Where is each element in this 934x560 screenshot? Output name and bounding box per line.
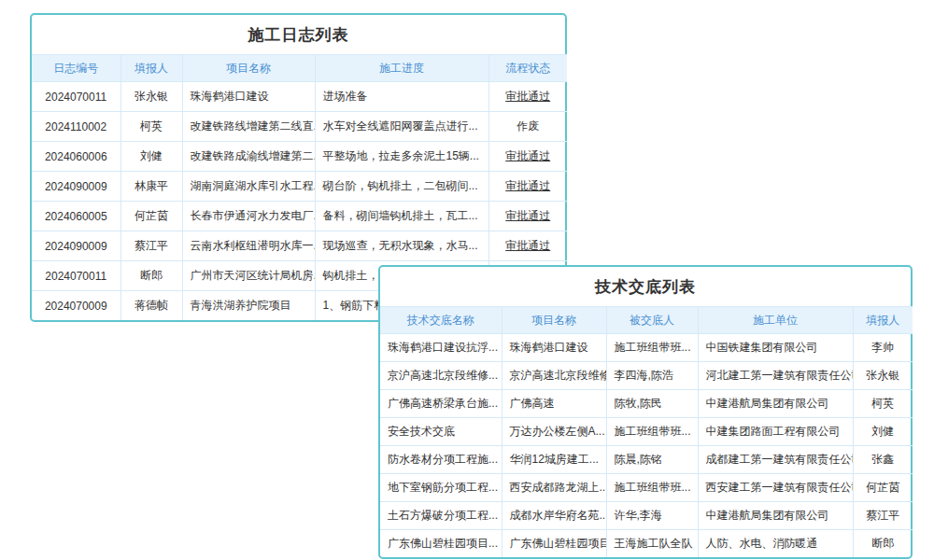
column-header-reporter: 填报人	[853, 307, 913, 334]
cell-id[interactable]: 2024070009	[32, 291, 120, 321]
cell-reporter[interactable]: 何芷茵	[853, 474, 913, 502]
cell-reporter[interactable]: 林康平	[120, 172, 182, 202]
cell-status[interactable]: 审批通过	[488, 202, 567, 231]
cell-project[interactable]: 珠海鹤港口建设	[182, 82, 315, 112]
table-row: 地下室钢筋分项工程...西安成都路龙湖上...施工班组带班...西安建工第一建筑…	[380, 474, 913, 502]
cell-progress: 现场巡查，无积水现象，水马...	[315, 231, 488, 261]
cell-name[interactable]: 安全技术交底	[380, 418, 502, 446]
cell-project[interactable]: 改建铁路成渝线增建第二...	[182, 142, 315, 172]
cell-reporter[interactable]: 何芷茵	[120, 202, 182, 231]
cell-name[interactable]: 广东佛山碧桂园项目...	[380, 530, 502, 558]
cell-reporter[interactable]: 刘健	[853, 418, 913, 446]
cell-status[interactable]: 审批通过	[488, 82, 567, 112]
column-header-id: 日志编号	[32, 55, 120, 82]
cell-name[interactable]: 地下室钢筋分项工程...	[380, 474, 502, 502]
table-row: 安全技术交底万达办公楼左侧A...施工班组带班...中建集团路面工程有限公司刘健	[380, 418, 913, 446]
cell-project[interactable]: 长春市伊通河水力发电厂...	[182, 202, 315, 231]
cell-receiver: 施工班组带班...	[606, 418, 698, 446]
cell-project[interactable]: 改建铁路线增建第二线直...	[182, 112, 315, 142]
cell-reporter[interactable]: 断郎	[120, 261, 182, 291]
cell-progress: 砌台阶，钩机排土，二包砌间...	[315, 172, 488, 202]
cell-reporter[interactable]: 蔡江平	[853, 502, 913, 530]
cell-reporter[interactable]: 刘健	[120, 142, 182, 172]
cell-reporter[interactable]: 蔡江平	[120, 231, 182, 261]
cell-reporter[interactable]: 断郎	[853, 530, 913, 558]
cell-reporter[interactable]: 柯英	[120, 112, 182, 142]
cell-project[interactable]: 珠海鹤港口建设	[502, 334, 606, 362]
column-header-receiver: 被交底人	[606, 307, 698, 334]
cell-receiver: 施工班组带班...	[606, 474, 698, 502]
cell-status[interactable]: 作废	[488, 112, 567, 142]
cell-id[interactable]: 2024090009	[32, 172, 120, 202]
table-row: 2024060006刘健改建铁路成渝线增建第二...平整场地，拉走多余泥土15辆…	[32, 142, 567, 172]
cell-progress: 水车对全线遮阳网覆盖点进行...	[315, 112, 488, 142]
cell-project[interactable]: 云南水利枢纽潜明水库一...	[182, 231, 315, 261]
cell-id[interactable]: 2024060005	[32, 202, 120, 231]
table-row: 2024090009林康平湖南洞庭湖水库引水工程...砌台阶，钩机排土，二包砌间…	[32, 172, 567, 202]
table-row: 防水卷材分项工程施...华润12城房建工...陈晨,陈铭成都建工第一建筑有限责任…	[380, 446, 913, 474]
column-header-status: 流程状态	[488, 55, 567, 82]
cell-name[interactable]: 土石方爆破分项工程...	[380, 502, 502, 530]
table-row: 广佛高速桥梁承台施...广佛高速陈牧,陈民中建港航局集团有限公司柯英	[380, 390, 913, 418]
tech-disclosure-panel: 技术交底列表 技术交底名称项目名称被交底人施工单位填报人 珠海鹤港口建设抗浮..…	[378, 265, 913, 559]
table-row: 土石方爆破分项工程...成都水岸华府名苑...许华,李海中建港航局集团有限公司蔡…	[380, 502, 913, 530]
cell-project[interactable]: 京沪高速北京段维修	[502, 362, 606, 390]
cell-unit: 中建港航局集团有限公司	[698, 502, 853, 530]
cell-progress: 备料，砌间墙钩机排土，瓦工...	[315, 202, 488, 231]
table-header-row: 技术交底名称项目名称被交底人施工单位填报人	[380, 307, 913, 334]
cell-project[interactable]: 广佛高速	[502, 390, 606, 418]
cell-reporter[interactable]: 蒋德帧	[120, 291, 182, 321]
tech-disclosure-table: 技术交底名称项目名称被交底人施工单位填报人 珠海鹤港口建设抗浮...珠海鹤港口建…	[380, 306, 913, 557]
cell-receiver: 陈晨,陈铭	[606, 446, 698, 474]
column-header-progress: 施工进度	[315, 55, 488, 82]
cell-unit: 河北建工第一建筑有限责任公司	[698, 362, 853, 390]
column-header-project: 项目名称	[182, 55, 315, 82]
cell-unit: 西安建工第一建筑有限责任公司	[698, 474, 853, 502]
table-row: 2024090009蔡江平云南水利枢纽潜明水库一...现场巡查，无积水现象，水马…	[32, 231, 567, 261]
cell-reporter[interactable]: 张鑫	[853, 446, 913, 474]
cell-name[interactable]: 防水卷材分项工程施...	[380, 446, 502, 474]
cell-receiver: 陈牧,陈民	[606, 390, 698, 418]
cell-unit: 中建港航局集团有限公司	[698, 390, 853, 418]
cell-project[interactable]: 成都水岸华府名苑...	[502, 502, 606, 530]
cell-project[interactable]: 华润12城房建工...	[502, 446, 606, 474]
column-header-reporter: 填报人	[120, 55, 182, 82]
cell-progress: 进场准备	[315, 82, 488, 112]
cell-reporter[interactable]: 柯英	[853, 390, 913, 418]
cell-project[interactable]: 西安成都路龙湖上...	[502, 474, 606, 502]
cell-progress: 平整场地，拉走多余泥土15辆...	[315, 142, 488, 172]
cell-name[interactable]: 广佛高速桥梁承台施...	[380, 390, 502, 418]
cell-unit: 中国铁建集团有限公司	[698, 334, 853, 362]
table-row: 2024070011张永银珠海鹤港口建设进场准备审批通过	[32, 82, 567, 112]
construction-log-title: 施工日志列表	[32, 15, 565, 54]
cell-receiver: 李四海,陈浩	[606, 362, 698, 390]
cell-unit: 成都建工第一建筑有限责任公司	[698, 446, 853, 474]
cell-project[interactable]: 青海洪湖养护院项目	[182, 291, 315, 321]
cell-id[interactable]: 2024090009	[32, 231, 120, 261]
cell-reporter[interactable]: 张永银	[120, 82, 182, 112]
cell-receiver: 王海施工队全队	[606, 530, 698, 558]
cell-project[interactable]: 湖南洞庭湖水库引水工程...	[182, 172, 315, 202]
cell-status[interactable]: 审批通过	[488, 172, 567, 202]
cell-project[interactable]: 广东佛山碧桂园项目	[502, 530, 606, 558]
cell-name[interactable]: 京沪高速北京段维修...	[380, 362, 502, 390]
table-row: 广东佛山碧桂园项目...广东佛山碧桂园项目王海施工队全队人防、水电、消防暖通断郎	[380, 530, 913, 558]
cell-id[interactable]: 2024070011	[32, 261, 120, 291]
cell-status[interactable]: 审批通过	[488, 231, 567, 261]
cell-id[interactable]: 2024110002	[32, 112, 120, 142]
table-row: 京沪高速北京段维修...京沪高速北京段维修李四海,陈浩河北建工第一建筑有限责任公…	[380, 362, 913, 390]
table-row: 珠海鹤港口建设抗浮...珠海鹤港口建设施工班组带班...中国铁建集团有限公司李帅	[380, 334, 913, 362]
cell-reporter[interactable]: 张永银	[853, 362, 913, 390]
cell-receiver: 许华,李海	[606, 502, 698, 530]
cell-reporter[interactable]: 李帅	[853, 334, 913, 362]
table-row: 2024060005何芷茵长春市伊通河水力发电厂...备料，砌间墙钩机排土，瓦工…	[32, 202, 567, 231]
cell-id[interactable]: 2024070011	[32, 82, 120, 112]
cell-project[interactable]: 广州市天河区统计局机房...	[182, 261, 315, 291]
table-header-row: 日志编号填报人项目名称施工进度流程状态	[32, 55, 567, 82]
column-header-name: 技术交底名称	[380, 307, 502, 334]
cell-name[interactable]: 珠海鹤港口建设抗浮...	[380, 334, 502, 362]
cell-status[interactable]: 审批通过	[488, 142, 567, 172]
cell-id[interactable]: 2024060006	[32, 142, 120, 172]
cell-project[interactable]: 万达办公楼左侧A...	[502, 418, 606, 446]
cell-receiver: 施工班组带班...	[606, 334, 698, 362]
